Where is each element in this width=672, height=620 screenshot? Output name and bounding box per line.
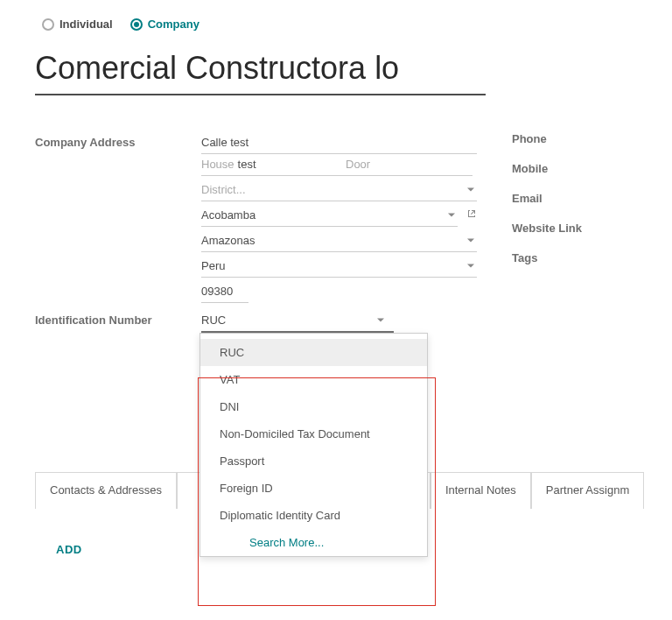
- id-type-option[interactable]: Non-Domiciled Tax Document: [200, 420, 427, 447]
- id-type-option[interactable]: Passport: [200, 447, 427, 475]
- id-type-option[interactable]: Foreign ID: [200, 475, 427, 502]
- company-name-input[interactable]: Comercial Constructora lo: [35, 46, 486, 95]
- contact-type-individual[interactable]: Individual: [42, 18, 113, 31]
- street-input[interactable]: Calle test: [201, 130, 477, 154]
- house-label: House: [201, 158, 238, 171]
- contact-type-company[interactable]: Company: [130, 18, 200, 31]
- company-label: Company: [148, 18, 200, 31]
- country-dropdown[interactable]: Peru: [201, 254, 477, 278]
- search-more-link[interactable]: Search More...: [200, 529, 427, 549]
- district-dropdown[interactable]: District...: [201, 178, 477, 201]
- tags-label: Tags: [512, 251, 672, 264]
- individual-label: Individual: [60, 18, 113, 31]
- id-type-option[interactable]: VAT: [200, 366, 427, 393]
- add-button[interactable]: ADD: [56, 543, 82, 556]
- tab-contacts-addresses[interactable]: Contacts & Addresses: [35, 472, 177, 509]
- email-label: Email: [512, 192, 672, 205]
- identification-number-label: Identification Number: [35, 308, 201, 333]
- tab-internal-notes[interactable]: Internal Notes: [430, 472, 531, 509]
- id-type-option[interactable]: DNI: [200, 393, 427, 420]
- door-label: Door: [346, 158, 374, 171]
- phone-label: Phone: [512, 132, 672, 145]
- mobile-label: Mobile: [512, 162, 672, 175]
- external-link-icon[interactable]: [466, 208, 477, 222]
- id-type-dropdown-panel: RUC VAT DNI Non-Domiciled Tax Document P…: [200, 333, 428, 557]
- city-dropdown[interactable]: Acobamba: [201, 203, 458, 227]
- tab-partner-assignment[interactable]: Partner Assignm: [531, 472, 644, 509]
- id-type-option[interactable]: Diplomatic Identity Card: [200, 502, 427, 529]
- company-address-label: Company Address: [35, 130, 201, 303]
- state-dropdown[interactable]: Amazonas: [201, 229, 477, 252]
- house-input[interactable]: test: [238, 158, 256, 171]
- radio-icon: [42, 18, 54, 31]
- id-type-option[interactable]: RUC: [200, 339, 427, 366]
- zip-input[interactable]: 09380: [201, 279, 248, 303]
- id-type-dropdown[interactable]: RUC: [201, 308, 394, 333]
- website-label: Website Link: [512, 222, 672, 235]
- radio-icon: [130, 18, 143, 31]
